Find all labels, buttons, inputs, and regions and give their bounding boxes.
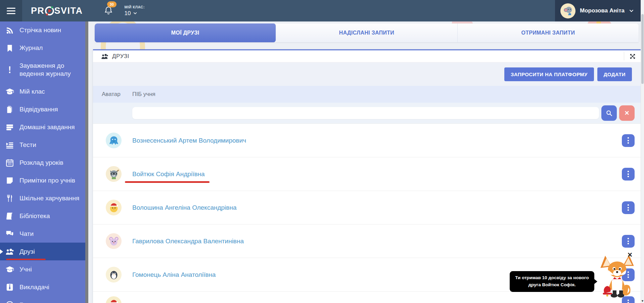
invite-to-platform-button[interactable]: ЗАПРОСИТИ НА ПЛАТФОРМУ (504, 67, 594, 81)
row-actions-button[interactable] (622, 134, 635, 147)
my-class-label: МІЙ КЛАС: (125, 5, 145, 9)
sidebar-item-label: Мій клас (19, 88, 45, 96)
sidebar-item-journal-remarks[interactable]: Зауваження до ведення журналу (0, 57, 85, 83)
fox-mascot[interactable] (598, 255, 636, 303)
my-class-selector[interactable]: МІЙ КЛАС: 10 (125, 5, 145, 17)
sidebar-item-homework[interactable]: Домашні завдання (0, 118, 85, 136)
friend-row: Гаврилова Олександра Валентинівна (93, 224, 641, 258)
sidebar-item-students[interactable]: Учні (0, 260, 85, 278)
sidebar-item-label: Тести (19, 141, 36, 149)
sidebar-item-label: Розклад уроків (19, 159, 63, 167)
column-header-student-name: ПІБ учня (132, 91, 641, 98)
friend-row: Вознесенський Артем Володимирович (93, 123, 641, 157)
pages-icon (5, 105, 14, 114)
my-class-value: 10 (125, 10, 131, 17)
scrollbar-thumb[interactable] (641, 14, 644, 84)
sidebar-nav: Стрічка новинЖурналЗауваження до ведення… (0, 21, 85, 303)
search-input[interactable] (132, 107, 599, 119)
sidebar-item-label: Викладачі (19, 283, 49, 292)
book-icon (5, 212, 14, 220)
calendar-icon (5, 158, 14, 167)
sidebar-scrollbar[interactable] (85, 21, 88, 303)
active-item-pointer (0, 249, 3, 254)
sidebar-item-friends[interactable]: Друзі (0, 243, 85, 260)
sidebar-item-journal[interactable]: Журнал (0, 39, 85, 57)
student-name-link[interactable]: Волошина Ангеліна Олександрівна (132, 204, 236, 211)
logo-text-post: SVITA (54, 6, 83, 16)
notification-count-badge: 30 (107, 1, 117, 7)
logo-play-icon (45, 6, 54, 15)
avatar-penguin (106, 267, 122, 283)
user-menu[interactable]: Морозова Аніта (555, 0, 644, 21)
student-name-link[interactable]: Гомонець Аліна Анатоліївна (132, 271, 216, 279)
search-row: ✕ (93, 103, 641, 123)
student-name-link[interactable]: Вознесенський Артем Володимирович (132, 137, 246, 144)
experience-toast: Ти отримав 10 досвіду за нового друга Во… (510, 271, 594, 292)
parent-icon (5, 301, 14, 303)
sidebar-item-label: Відвідування (19, 105, 58, 114)
sidebar-item-my-class[interactable]: Мій клас (0, 83, 85, 100)
sidebar-item-label: Примітки про учнів (19, 176, 75, 185)
chevron-down-icon (133, 11, 137, 15)
friends-group-icon (101, 53, 108, 60)
graduation-cap-icon (5, 87, 14, 96)
add-friend-button[interactable]: ДОДАТИ (597, 67, 632, 81)
friend-row: Волошина Ангеліна Олександрівна (93, 191, 641, 224)
tab-my-friends[interactable]: МОЇ ДРУЗІ (95, 23, 276, 42)
divider (624, 52, 624, 60)
sidebar-item-library[interactable]: Бібліотека (0, 207, 85, 225)
sidebar-item-label: Стрічка новин (19, 26, 61, 35)
sidebar-item-label: Учні (19, 265, 32, 274)
sidebar-item-tests[interactable]: Тести (0, 136, 85, 154)
sidebar-item-chats[interactable]: Чати (0, 225, 85, 243)
stack-icon (5, 123, 14, 132)
tab-sent-requests[interactable]: НАДІСЛАНІ ЗАПИТИ (276, 23, 457, 42)
hamburger-menu-button[interactable] (0, 0, 22, 21)
clear-search-button[interactable]: ✕ (619, 105, 635, 121)
top-navbar: PR SVITA 30 МІЙ КЛАС: 10 Морозова Аніта (0, 0, 644, 21)
panel-title: ДРУЗІ (112, 53, 129, 60)
search-button[interactable] (601, 105, 617, 121)
exclamation-icon (5, 65, 14, 74)
sidebar-item-label: Зауваження до ведення журналу (19, 62, 82, 78)
tests-icon (5, 141, 14, 149)
scrollbar-down-arrow[interactable]: ▼ (641, 299, 644, 303)
expand-icon[interactable] (629, 53, 636, 60)
sidebar-item-news-feed[interactable]: Стрічка новин (0, 21, 85, 39)
sidebar-item-label: Журнал (19, 44, 43, 52)
sidebar-item-label: Чати (19, 230, 34, 238)
sidebar-item-schedule[interactable]: Розклад уроків (0, 154, 85, 171)
user-name: Морозова Аніта (580, 7, 625, 14)
user-avatar (560, 3, 576, 18)
column-header-avatar: Аватар (93, 91, 132, 98)
sidebar-item-teachers[interactable]: Викладачі (0, 278, 85, 296)
friends-icon (5, 247, 14, 256)
student-name-link[interactable]: Гаврилова Олександра Валентинівна (132, 238, 244, 245)
row-actions-button[interactable] (622, 201, 635, 214)
row-actions-button[interactable] (622, 168, 635, 181)
logo-text-pre: PR (31, 6, 45, 16)
panel-toolbar: ЗАПРОСИТИ НА ПЛАТФОРМУ ДОДАТИ (93, 62, 641, 86)
sidebar-item-attendance[interactable]: Відвідування (0, 100, 85, 118)
tab-received-requests[interactable]: ОТРИМАНІ ЗАПИТИ (458, 23, 639, 42)
sidebar-item-label: Друзі (19, 248, 35, 256)
student-name-link[interactable]: Войтюк Софія Андріївна (132, 170, 205, 178)
page-scrollbar[interactable]: ▼ (641, 0, 644, 303)
row-actions-button[interactable] (622, 235, 635, 248)
annotation-underline (6, 259, 46, 260)
notifications-bell-icon[interactable]: 30 (104, 6, 113, 16)
app-logo[interactable]: PR SVITA (31, 6, 83, 16)
sidebar-item-school-meals[interactable]: Шкільне харчування (0, 189, 85, 207)
sidebar-item-label: Домашні завдання (19, 123, 75, 132)
avatar-chick (106, 200, 122, 215)
sidebar-item-label: Шкільне харчування (19, 194, 79, 203)
sidebar-item-student-notes[interactable]: Примітки про учнів (0, 171, 85, 189)
chevron-down-icon (629, 8, 634, 13)
avatar-octopus (106, 133, 122, 148)
sidebar-item-label: Бібліотека (19, 212, 50, 220)
panel-header: ДРУЗІ (93, 50, 641, 62)
table-header: Аватар ПІБ учня (93, 86, 641, 103)
sidebar-item-parents[interactable]: Батьки (0, 296, 85, 303)
friend-row: Войтюк Софія Андріївна (93, 157, 641, 191)
mascot-close-icon[interactable]: ✕ (627, 252, 633, 258)
